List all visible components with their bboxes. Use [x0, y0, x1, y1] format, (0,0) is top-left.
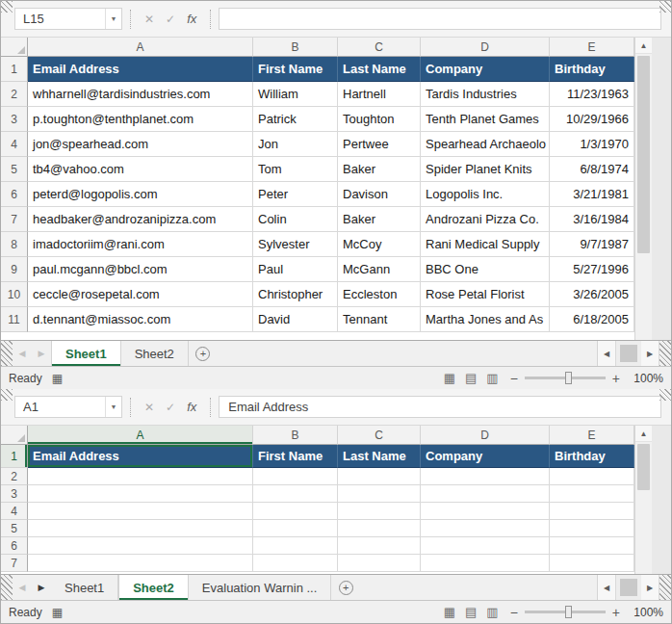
cell-D1[interactable]: Company [421, 57, 550, 82]
column-header-C[interactable]: C [338, 38, 421, 57]
horizontal-scrollbar-track[interactable] [616, 341, 641, 366]
view-page-layout-icon[interactable]: ▤ [465, 605, 477, 619]
cell-B1[interactable]: First Name [253, 445, 338, 468]
cell-E6[interactable] [550, 537, 634, 555]
row-header-8[interactable]: 8 [1, 232, 28, 257]
scroll-right-icon[interactable]: ▶ [641, 575, 659, 600]
row-header-10[interactable]: 10 [1, 282, 28, 307]
select-all-corner[interactable] [1, 426, 28, 445]
cell-E5[interactable]: 6/8/1974 [550, 157, 634, 182]
scroll-left-icon[interactable]: ◀ [598, 575, 616, 600]
cell-B6[interactable]: Peter [253, 182, 338, 207]
column-header-B[interactable]: B [253, 38, 338, 57]
cell-E5[interactable] [550, 520, 634, 537]
cell-B5[interactable] [253, 520, 338, 537]
cell-A6[interactable]: peterd@logopolis.com [28, 182, 253, 207]
cell-E3[interactable] [550, 485, 634, 503]
cell-D3[interactable]: Tenth Planet Games [421, 107, 550, 132]
cell-C1[interactable]: Last Name [338, 445, 421, 468]
row-header-11[interactable]: 11 [1, 307, 28, 332]
cell-B5[interactable]: Tom [253, 157, 338, 182]
cell-A4[interactable]: jon@spearhead.com [28, 132, 253, 157]
cell-C4[interactable] [338, 503, 421, 520]
name-box[interactable]: A1 ▼ [14, 396, 122, 418]
row-header-4[interactable]: 4 [1, 503, 28, 520]
cell-D10[interactable]: Rose Petal Florist [421, 282, 550, 307]
sheet-tab-evaluation-warnin[interactable]: Evaluation Warnin ... [189, 575, 331, 600]
cell-E4[interactable] [550, 503, 634, 520]
cell-D5[interactable] [421, 520, 550, 537]
cell-C10[interactable]: Eccleston [338, 282, 421, 307]
cell-E7[interactable] [550, 555, 634, 572]
cell-B8[interactable]: Sylvester [253, 232, 338, 257]
name-box-dropdown-icon[interactable]: ▼ [105, 397, 121, 417]
row-header-3[interactable]: 3 [1, 107, 28, 132]
cell-B7[interactable]: Colin [253, 207, 338, 232]
enter-icon[interactable]: ✓ [166, 13, 175, 26]
vertical-scrollbar[interactable]: ▲ [634, 426, 652, 574]
enter-icon[interactable]: ✓ [166, 401, 175, 414]
cell-A9[interactable]: paul.mcgann@bbcl.com [28, 257, 253, 282]
cell-E10[interactable]: 3/26/2005 [550, 282, 634, 307]
insert-function-icon[interactable]: fx [187, 12, 196, 26]
cell-E1[interactable]: Birthday [550, 445, 634, 468]
horizontal-scrollbar[interactable]: ◀ ▶ [597, 575, 659, 600]
cell-C3[interactable]: Toughton [338, 107, 421, 132]
cell-D9[interactable]: BBC One [421, 257, 550, 282]
cell-A5[interactable] [28, 520, 253, 537]
row-header-6[interactable]: 6 [1, 537, 28, 555]
column-header-C[interactable]: C [338, 426, 421, 445]
tabs-scroll-right-icon[interactable]: ▶ [32, 575, 51, 600]
cell-C7[interactable] [338, 555, 421, 572]
cell-A3[interactable] [28, 485, 253, 503]
macro-record-icon[interactable]: ▦ [52, 372, 63, 385]
row-header-7[interactable]: 7 [1, 555, 28, 572]
cell-D4[interactable] [421, 503, 550, 520]
cell-D1[interactable]: Company [421, 445, 550, 468]
zoom-in-button[interactable]: + [612, 605, 620, 620]
cell-C5[interactable] [338, 520, 421, 537]
cell-C6[interactable]: Davison [338, 182, 421, 207]
cell-D7[interactable] [421, 555, 550, 572]
zoom-slider[interactable] [525, 611, 606, 613]
cell-E9[interactable]: 5/27/1996 [550, 257, 634, 282]
view-page-break-icon[interactable]: ▥ [486, 605, 498, 619]
scroll-right-icon[interactable]: ▶ [641, 341, 659, 366]
cell-E7[interactable]: 3/16/1984 [550, 207, 634, 232]
cell-C8[interactable]: McCoy [338, 232, 421, 257]
cell-C2[interactable] [338, 468, 421, 485]
cell-E1[interactable]: Birthday [550, 57, 634, 82]
tabs-scroll-left-icon[interactable]: ◀ [13, 341, 32, 366]
select-all-corner[interactable] [1, 38, 28, 57]
horizontal-scrollbar[interactable]: ◀ ▶ [597, 341, 659, 366]
column-header-D[interactable]: D [421, 426, 550, 445]
cell-B2[interactable] [253, 468, 338, 485]
formula-bar-input[interactable] [219, 8, 661, 30]
cell-D4[interactable]: Spearhead Archaeolo [421, 132, 550, 157]
cell-B6[interactable] [253, 537, 338, 555]
cell-D3[interactable] [421, 485, 550, 503]
scroll-up-icon[interactable]: ▲ [635, 38, 652, 54]
cell-B4[interactable]: Jon [253, 132, 338, 157]
formula-bar-input[interactable]: Email Address [219, 396, 661, 418]
zoom-out-button[interactable]: − [510, 371, 518, 386]
sheet-tab-sheet2[interactable]: Sheet2 [121, 341, 189, 366]
macro-record-icon[interactable]: ▦ [52, 606, 63, 619]
tabs-scroll-left-icon[interactable]: ◀ [13, 575, 32, 600]
add-sheet-button[interactable]: + [189, 341, 218, 366]
cell-A5[interactable]: tb4@vahoo.com [28, 157, 253, 182]
zoom-in-button[interactable]: + [612, 371, 620, 386]
view-page-break-icon[interactable]: ▥ [486, 371, 498, 385]
cell-B2[interactable]: William [253, 82, 338, 107]
cell-D11[interactable]: Martha Jones and As [421, 307, 550, 332]
vertical-scrollbar-thumb[interactable] [637, 444, 650, 490]
cell-C7[interactable]: Baker [338, 207, 421, 232]
horizontal-scrollbar-track[interactable] [616, 575, 641, 600]
add-sheet-button[interactable]: + [331, 575, 360, 600]
column-header-D[interactable]: D [421, 38, 550, 57]
zoom-slider[interactable] [525, 377, 606, 379]
cell-D7[interactable]: Androzani Pizza Co. [421, 207, 550, 232]
cell-A1[interactable]: Email Address [28, 57, 253, 82]
sheet-tab-sheet1[interactable]: Sheet1 [51, 575, 118, 600]
row-header-1[interactable]: 1 [1, 57, 28, 82]
